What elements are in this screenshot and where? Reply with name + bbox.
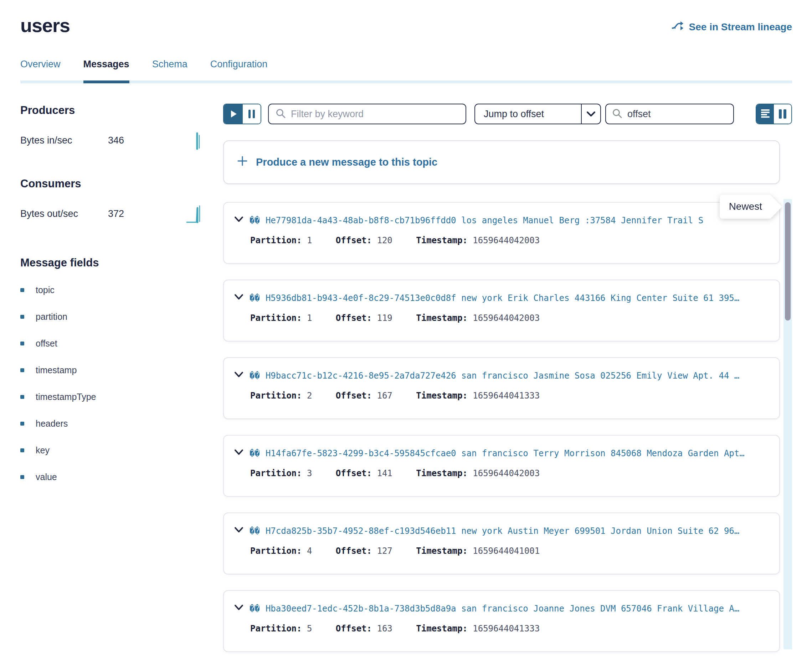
search-icon	[612, 108, 622, 120]
offset-value: 127	[377, 546, 392, 556]
field-item-topic[interactable]: topic	[20, 285, 203, 295]
topic-tabs: Overview Messages Schema Configuration	[20, 59, 792, 83]
bytes-in-sparkline	[186, 130, 203, 150]
search-icon	[275, 108, 286, 120]
field-item-offset[interactable]: offset	[20, 338, 203, 349]
bytes-in-label: Bytes in/sec	[20, 135, 108, 146]
lineage-link-label: See in Stream lineage	[689, 21, 792, 33]
message-row[interactable]: �� H14fa67fe-5823-4299-b3c4-595845cfcae0…	[223, 435, 780, 497]
partition-value: 4	[307, 546, 312, 556]
newest-tooltip-label: Newest	[720, 195, 782, 219]
field-item-partition[interactable]: partition	[20, 311, 203, 322]
message-row[interactable]: �� He77981da-4a43-48ab-b8f8-cb71b96ffdd0…	[223, 202, 780, 264]
offset-search-field[interactable]	[605, 104, 734, 124]
messages-toolbar: Jump to offset	[223, 104, 792, 124]
topic-stats-sidebar: Producers Bytes in/sec 346 Consumers Byt…	[20, 83, 203, 652]
newest-tooltip: Newest	[720, 195, 782, 219]
partition-value: 3	[307, 468, 312, 478]
field-item-value[interactable]: value	[20, 472, 203, 482]
timestamp-value: 1659644041333	[472, 624, 540, 634]
column-view-button[interactable]	[774, 104, 791, 124]
chevron-down-icon[interactable]	[234, 371, 244, 381]
lineage-icon	[671, 20, 684, 34]
message-key-glyphs: ��	[250, 526, 260, 536]
chevron-down-icon[interactable]	[234, 604, 244, 614]
tab-configuration[interactable]: Configuration	[210, 59, 268, 80]
message-list: �� He77981da-4a43-48ab-b8f8-cb71b96ffdd0…	[223, 202, 792, 652]
offset-value: 163	[377, 624, 392, 634]
bytes-out-label: Bytes out/sec	[20, 208, 108, 219]
produce-message-label: Produce a new message to this topic	[256, 156, 437, 168]
message-key-glyphs: ��	[250, 293, 260, 303]
keyword-filter-field[interactable]	[268, 104, 466, 124]
produce-message-button[interactable]: Produce a new message to this topic	[223, 141, 780, 184]
tab-messages[interactable]: Messages	[83, 59, 130, 80]
tab-overview[interactable]: Overview	[20, 59, 61, 80]
offset-value: 119	[377, 313, 392, 323]
jump-to-offset-select[interactable]: Jump to offset	[474, 104, 601, 124]
message-meta: Partition: 1 Offset: 120 Timestamp: 1659…	[250, 235, 770, 245]
message-value-preview: H7cda825b-35b7-4952-88ef-c193d546eb11 ne…	[266, 526, 739, 536]
bullet-icon	[20, 368, 24, 372]
bullet-icon	[20, 475, 24, 479]
bytes-out-value: 372	[108, 208, 124, 219]
chevron-down-icon[interactable]	[234, 526, 244, 536]
partition-value: 5	[307, 624, 312, 634]
message-row[interactable]: �� H7cda825b-35b7-4952-88ef-c193d546eb11…	[223, 513, 780, 575]
message-meta: Partition: 1 Offset: 119 Timestamp: 1659…	[250, 313, 770, 323]
message-meta: Partition: 5 Offset: 163 Timestamp: 1659…	[250, 624, 770, 634]
timestamp-value: 1659644042003	[472, 313, 540, 323]
field-item-headers[interactable]: headers	[20, 418, 203, 429]
keyword-filter-input[interactable]	[291, 109, 459, 120]
message-value-preview: He77981da-4a43-48ab-b8f8-cb71b96ffdd0 lo…	[266, 216, 703, 225]
bullet-icon	[20, 449, 24, 452]
chevron-down-icon[interactable]	[581, 104, 600, 124]
timestamp-value: 1659644042003	[472, 235, 540, 245]
scrollbar-thumb[interactable]	[785, 202, 791, 321]
message-value-preview: H9bacc71c-b12c-4216-8e95-2a7da727e426 sa…	[266, 371, 739, 381]
message-row[interactable]: �� H5936db81-b943-4e0f-8c29-74513e0c0d8f…	[223, 279, 780, 342]
message-value-preview: Hba30eed7-1edc-452b-8b1a-738d3b5d8a9a sa…	[266, 604, 739, 614]
play-icon	[231, 110, 237, 118]
timestamp-value: 1659644041001	[472, 546, 540, 556]
partition-value: 1	[307, 235, 312, 245]
bullet-icon	[20, 342, 24, 345]
offset-value: 167	[377, 391, 392, 401]
play-button[interactable]	[224, 104, 243, 124]
stream-lineage-link[interactable]: See in Stream lineage	[671, 20, 792, 34]
message-meta: Partition: 4 Offset: 127 Timestamp: 1659…	[250, 546, 770, 556]
list-view-button[interactable]	[756, 104, 774, 124]
chevron-down-icon[interactable]	[234, 449, 244, 458]
message-key-glyphs: ��	[250, 604, 260, 614]
bytes-in-metric: Bytes in/sec 346	[20, 130, 203, 150]
message-value-preview: H14fa67fe-5823-4299-b3c4-595845cfcae0 sa…	[266, 449, 745, 458]
page-header: users See in Stream lineage	[0, 0, 812, 36]
message-fields-list: topic partition offset timestamp timesta…	[20, 285, 203, 482]
message-row[interactable]: �� Hba30eed7-1edc-452b-8b1a-738d3b5d8a9a…	[223, 590, 780, 652]
field-item-key[interactable]: key	[20, 445, 203, 455]
chevron-down-icon[interactable]	[234, 216, 244, 225]
bytes-out-sparkline	[186, 204, 203, 224]
column-view-icon	[779, 109, 782, 118]
live-consume-toggle	[223, 104, 261, 124]
message-list-scrollbar[interactable]	[783, 199, 792, 649]
message-key-glyphs: ��	[250, 216, 260, 225]
chevron-down-icon[interactable]	[234, 293, 244, 303]
field-item-timestampType[interactable]: timestampType	[20, 392, 203, 402]
pause-icon	[248, 110, 251, 118]
plus-icon	[237, 155, 248, 169]
tab-schema[interactable]: Schema	[152, 59, 187, 80]
bullet-icon	[20, 315, 24, 319]
bytes-out-metric: Bytes out/sec 372	[20, 204, 203, 224]
message-row[interactable]: �� H9bacc71c-b12c-4216-8e95-2a7da727e426…	[223, 357, 780, 419]
message-meta: Partition: 3 Offset: 141 Timestamp: 1659…	[250, 468, 770, 478]
message-fields-heading: Message fields	[20, 256, 203, 269]
partition-value: 1	[307, 313, 312, 323]
bytes-in-value: 346	[108, 135, 124, 146]
field-item-timestamp[interactable]: timestamp	[20, 365, 203, 375]
pause-button[interactable]	[243, 104, 261, 124]
producers-heading: Producers	[20, 104, 203, 117]
timestamp-value: 1659644042003	[472, 468, 540, 478]
offset-search-input[interactable]	[627, 109, 727, 120]
message-key-glyphs: ��	[250, 371, 260, 381]
